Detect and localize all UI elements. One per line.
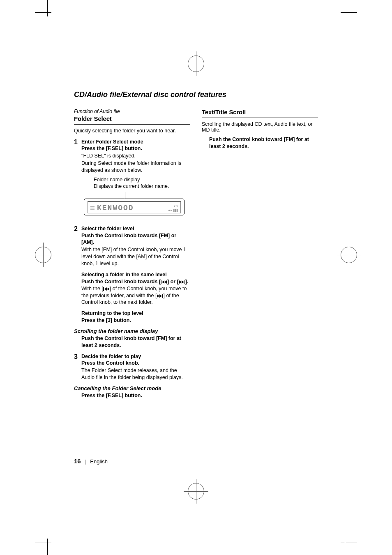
cancel-block: Cancelling the Folder Select mode Press …: [74, 385, 190, 399]
crop-mark: [332, 0, 357, 25]
lcd-display-text: KENWOOD: [97, 204, 134, 212]
right-instruction-block: Push the Control knob toward [FM] for at…: [209, 136, 318, 150]
lcd-right-icons: ▾ ▾ ◂ ▸ ▮▮▮: [136, 204, 178, 212]
footer-separator: |: [85, 458, 86, 465]
text: ].: [185, 279, 189, 284]
registration-mark: [35, 247, 51, 263]
intro-text: Scrolling the displayed CD text, Audio f…: [202, 121, 318, 133]
sub-title: Returning to the top level: [81, 310, 190, 317]
lcd-frame: KENWOOD ▾ ▾ ◂ ▸ ▮▮▮: [84, 199, 184, 215]
pointer-line: [125, 192, 125, 199]
step-3: 3 Decide the folder to play Press the Co…: [74, 353, 190, 381]
svg-marker-4: [182, 280, 184, 284]
step-instruction: Press the Control knob.: [81, 360, 190, 367]
crop-mark: [332, 530, 357, 555]
page-language: English: [90, 458, 108, 465]
sub-return-top: Returning to the top level Press the [3]…: [81, 310, 190, 324]
lcd-diagram: Folder name display Displays the current…: [84, 176, 190, 216]
sub-description: With the [] of the Control knob, you mov…: [81, 285, 190, 306]
step-instruction: Press the [F.SEL] button.: [81, 145, 190, 152]
diagram-caption: Displays the current folder name.: [94, 183, 190, 190]
page-content: CD/Audio file/External disc control feat…: [74, 90, 318, 465]
prev-track-icon: [161, 280, 167, 284]
page-number: 16: [74, 458, 81, 465]
registration-mark: [188, 56, 204, 72]
svg-marker-1: [162, 280, 164, 284]
step-title: Select the folder level: [81, 225, 190, 232]
svg-rect-0: [161, 280, 161, 284]
text: Push the Control knob towards [: [81, 279, 161, 284]
step-title: Enter Folder Select mode: [81, 139, 190, 145]
registration-mark: [341, 247, 357, 263]
svg-marker-9: [157, 294, 159, 298]
step-number: 3: [74, 353, 81, 381]
section-heading-folder-select: Folder Select: [74, 115, 190, 125]
step-description: The Folder Select mode releases, and the…: [81, 367, 190, 381]
sub-instruction: Push the Control knob toward [FM] for at…: [81, 335, 190, 349]
right-column: Text/Title Scroll Scrolling the displaye…: [202, 109, 318, 403]
prev-track-icon: [103, 287, 110, 291]
scroll-title: Scrolling the folder name display: [74, 328, 190, 334]
sub-instruction: Push the Control knob towards [] or [].: [81, 278, 190, 285]
step-number: 2: [74, 225, 81, 267]
sub-same-level: Selecting a folder in the same level Pus…: [81, 271, 190, 306]
step-description: During Select mode the folder informatio…: [81, 160, 190, 174]
svg-rect-6: [103, 287, 104, 291]
sub-instruction: Press the [F.SEL] button.: [81, 392, 190, 399]
lcd-bars-icon: [90, 206, 95, 210]
step-1: 1 Enter Folder Select mode Press the [F.…: [74, 139, 190, 221]
step-description: "FLD SEL" is displayed.: [81, 153, 190, 160]
svg-marker-7: [104, 287, 107, 291]
step-description: With the [FM] of the Control knob, you m…: [81, 246, 190, 267]
next-track-icon: [179, 280, 185, 284]
text: With the [: [81, 286, 103, 291]
page-footer: 16 | English: [74, 458, 108, 465]
step-title: Decide the folder to play: [81, 353, 190, 360]
svg-marker-3: [179, 280, 182, 284]
step-instruction: Push the Control knob towards [FM] or [A…: [81, 232, 190, 246]
sub-instruction: Push the Control knob toward [FM] for at…: [209, 136, 318, 150]
svg-marker-2: [164, 280, 167, 284]
sub-instruction: Press the [3] button.: [81, 317, 190, 324]
step-number: 1: [74, 139, 81, 221]
registration-mark: [188, 483, 204, 500]
page-title: CD/Audio file/External disc control feat…: [74, 90, 318, 101]
crop-mark: [35, 530, 60, 555]
section-heading-text-scroll: Text/Title Scroll: [202, 109, 318, 118]
next-track-icon: [157, 294, 163, 298]
left-column: Function of Audio file Folder Select Qui…: [74, 109, 190, 403]
crop-mark: [35, 0, 60, 25]
step-2: 2 Select the folder level Push the Contr…: [74, 225, 190, 267]
function-label: Function of Audio file: [74, 109, 190, 114]
svg-marker-10: [159, 294, 162, 298]
scroll-block: Scrolling the folder name display Push t…: [74, 328, 190, 349]
diagram-caption: Folder name display: [94, 176, 190, 183]
text: ] or [: [167, 279, 179, 284]
intro-text: Quickly selecting the folder you want to…: [74, 128, 190, 134]
svg-marker-8: [107, 287, 109, 291]
cancel-title: Cancelling the Folder Select mode: [74, 385, 190, 391]
sub-title: Selecting a folder in the same level: [81, 271, 190, 278]
